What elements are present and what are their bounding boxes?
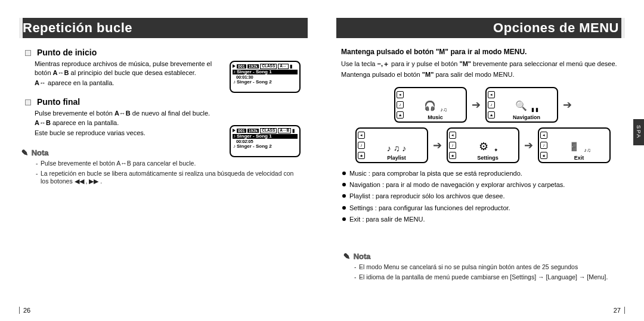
side-icon: ★ — [358, 152, 365, 159]
track-no: 001 — [237, 129, 246, 133]
note-icon: ♪ — [233, 80, 236, 85]
arrow-icon: ➔ — [433, 139, 442, 152]
track-no: 001 — [237, 64, 246, 68]
section1-p2: A↔ aparece en la pantalla. — [35, 79, 219, 88]
side-icon: ★ — [540, 152, 547, 159]
bitrate: 192k — [247, 64, 259, 68]
device-screen-2: 001 192k CLASS A↔B ▮ ♪Singer - Song 1 00… — [230, 125, 301, 157]
row2: Singer - Song 2 — [237, 144, 272, 149]
row1: Singer - Song 1 — [237, 134, 272, 139]
section-bullet-icon — [25, 99, 31, 105]
section1-title-row: Punto de inicio — [25, 48, 303, 57]
door-icon — [567, 140, 580, 153]
ab-indicator: A↔B — [278, 128, 291, 133]
section2-p1: Pulse brevemente el botón A↔B de nuevo a… — [35, 109, 219, 118]
arrow-icon: ➔ — [524, 139, 533, 152]
device-screen-1: 001 192k CLASS A↔ ▮ ♪Singer - Song 1 00:… — [230, 61, 301, 93]
right-header: Opciones de MENU — [336, 18, 625, 38]
bullet-item: Settings : para configurar las funciones… — [342, 204, 625, 212]
page-right: Opciones de MENU Mantenga pulsado el bot… — [322, 0, 644, 321]
side-icon: ♪ — [397, 101, 404, 108]
menu-bullets: Music : para comprobar la pista que se e… — [342, 169, 625, 223]
side-icon: ◂ — [540, 132, 547, 139]
note-item: El modo Menu se cancelará si no se pulsa… — [354, 263, 625, 272]
bullet-item: Music : para comprobar la pista que se e… — [342, 169, 625, 177]
bullet-item: Exit : para salir de MENU. — [342, 215, 625, 223]
time: 00:01:30 — [236, 75, 253, 80]
bitrate: 192k — [247, 129, 259, 133]
battery-icon: ▮ — [290, 64, 292, 69]
note-item: Pulse brevemente el botón A↔B para cance… — [36, 160, 303, 168]
note-icon: ♪ — [233, 70, 236, 74]
time: 00:02:05 — [236, 139, 253, 144]
headphones-icon — [423, 99, 436, 113]
header-title-left: Repetición bucle — [23, 20, 132, 35]
note-heading-right: ✎ Nota — [343, 252, 625, 261]
pencil-icon: ✎ — [343, 252, 350, 261]
side-icon: ♪ — [540, 142, 547, 149]
menu-screen-exit: ◂♪★ ♪♫ Exit — [538, 127, 611, 163]
section2-title-row: Punto final — [25, 97, 303, 107]
section-bullet-icon — [25, 50, 31, 56]
section2-p3: Este bucle se reproduce varias veces. — [35, 129, 219, 138]
menu-label: Settings — [459, 154, 517, 161]
side-icon: ◂ — [358, 132, 365, 139]
ab-indicator: A↔ — [278, 64, 288, 69]
side-icon: ★ — [488, 111, 495, 119]
side-icon: ♪ — [358, 142, 365, 149]
pencil-icon: ✎ — [21, 148, 28, 157]
side-icon: ★ — [397, 111, 404, 119]
instruction-bold: Mantenga pulsado el botón "M" para ir al… — [341, 48, 625, 56]
note-list-left: Pulse brevemente el botón A↔B para cance… — [36, 160, 303, 186]
menu-label: Playlist — [367, 154, 426, 161]
mode: CLASS — [260, 64, 277, 69]
magnify-icon — [515, 99, 528, 113]
page-number-right: 27 — [614, 307, 625, 314]
instruction-p2: Mantenga pulsado el botón "M" para salir… — [341, 70, 625, 80]
music-notes-icon: ♪♫ — [440, 99, 447, 113]
note-item: El idioma de la pantalla de menú puede c… — [354, 273, 625, 282]
side-icon: ★ — [449, 152, 456, 159]
side-icon: ◂ — [397, 91, 404, 98]
menu-screen-navigation: ◂♪★ ▮ ▮ Navigation — [485, 87, 558, 123]
side-icon: ♪ — [488, 101, 495, 108]
note-list-right: El modo Menu se cancelará si no se pulsa… — [354, 263, 625, 281]
note-icon: ♪ — [233, 144, 236, 149]
language-tab: SPA — [633, 119, 644, 145]
menu-label: Exit — [550, 154, 608, 161]
battery-icon: ▮ — [292, 129, 295, 133]
section1-p1: Mientras reproduce archivos de música, p… — [35, 60, 219, 77]
menu-screen-music: ◂♪★ ♪♫ Music — [394, 87, 467, 123]
menu-label: Music — [406, 113, 465, 120]
page-left: Repetición bucle Punto de inicio Mientra… — [0, 0, 322, 321]
play-icon — [233, 129, 236, 132]
music-notes-icon: ♪ ♫ ♪ — [387, 144, 406, 153]
header-title-right: Opciones de MENU — [493, 20, 619, 35]
note-item: La repetición en bucle se libera automát… — [36, 170, 303, 186]
bullet-item: Navigation : para ir al modo de navegaci… — [342, 180, 625, 189]
side-icon: ◂ — [488, 91, 495, 98]
row1: Singer - Song 1 — [237, 70, 272, 74]
section2-title: Punto final — [37, 97, 80, 107]
menu-screens-grid: ◂♪★ ♪♫ Music ➔ ◂♪★ ▮ ▮ Navigation ➔ — [346, 87, 620, 163]
menu-label: Navigation — [497, 113, 556, 120]
gear-icon — [477, 140, 490, 153]
left-header: Repetición bucle — [19, 18, 308, 38]
arrow-icon: ➔ — [472, 98, 481, 111]
page-number-left: 26 — [19, 307, 30, 314]
side-icon: ◂ — [449, 132, 456, 139]
music-notes-icon: ♪♫ — [584, 140, 590, 153]
menu-screen-playlist: ◂♪★ ♪ ♫ ♪ Playlist — [355, 127, 428, 163]
mode: CLASS — [260, 128, 277, 133]
menu-screen-settings: ◂♪★ ✦ Settings — [447, 127, 519, 163]
play-icon — [233, 64, 236, 68]
note-icon: ♪ — [233, 134, 236, 139]
folder-icon: ▮ ▮ — [531, 99, 539, 113]
instruction-p1: Use la tecla −,＋ para ir y pulse el botó… — [341, 60, 625, 69]
section2-p2: A↔B aparece en la pantalla. — [35, 119, 219, 127]
tool-icon: ✦ — [494, 140, 499, 153]
bullet-item: Playlist : para reproducir sólo los arch… — [342, 192, 625, 200]
arrow-icon: ➔ — [563, 98, 572, 111]
side-icon: ♪ — [449, 142, 456, 149]
section1-title: Punto de inicio — [37, 48, 97, 57]
